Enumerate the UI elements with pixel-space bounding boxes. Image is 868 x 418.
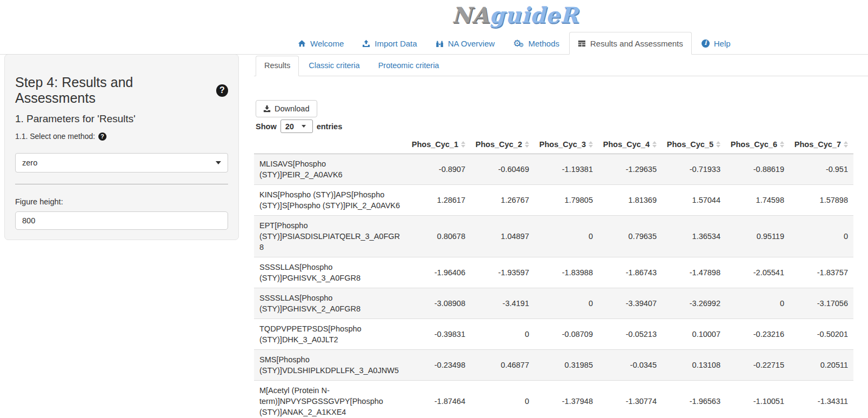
- method-select[interactable]: zero: [15, 153, 228, 172]
- logo-text-na: NA: [452, 2, 490, 28]
- value-cell: 0.95119: [726, 216, 790, 257]
- value-cell: -1.86743: [598, 257, 662, 288]
- results-table: Phos_Cyc_1Phos_Cyc_2Phos_Cyc_3Phos_Cyc_4…: [254, 135, 853, 418]
- value-cell: -0.50201: [790, 319, 853, 350]
- value-cell: -3.26992: [662, 288, 726, 319]
- value-cell: 0: [726, 288, 790, 319]
- column-header-Phos_Cyc_1[interactable]: Phos_Cyc_1: [407, 135, 471, 154]
- value-cell: -1.47898: [662, 257, 726, 288]
- row-name-cell: MLISAVS[Phospho (STY)]PEIR_2_A0AVK6: [254, 154, 407, 185]
- row-name-cell: SMS[Phospho (STY)]VDLSHIPLKDPLLFK_3_A0JN…: [254, 350, 407, 381]
- nav-tab-label: Import Data: [375, 39, 417, 48]
- download-button[interactable]: Download: [256, 100, 317, 117]
- row-name-cell: SSSSLLAS[Phospho (STY)]PGHISVK_3_A0FGR8: [254, 257, 407, 288]
- row-name-cell: M[Acetyl (Protein N-term)]NPVYSPGSSGVPY[…: [254, 381, 407, 418]
- column-header-Phos_Cyc_7[interactable]: Phos_Cyc_7: [790, 135, 853, 154]
- table-row: M[Acetyl (Protein N-term)]NPVYSPGSSGVPY[…: [254, 381, 853, 418]
- nav-tab-label: Results and Assessments: [590, 39, 683, 48]
- step-title-text: Step 4: Results and Assessments: [15, 75, 211, 106]
- value-cell: -0.88619: [726, 154, 790, 185]
- nav-tab-welcome[interactable]: Welcome: [289, 32, 352, 55]
- results-subtabs: ResultsClassic criteriaProteomic criteri…: [256, 56, 449, 76]
- table-row: KINS[Phospho (STY)]APS[Phospho (STY)]S[P…: [254, 185, 853, 216]
- value-cell: 1.57898: [790, 185, 853, 216]
- column-header-Phos_Cyc_5[interactable]: Phos_Cyc_5: [662, 135, 726, 154]
- column-header-Phos_Cyc_4[interactable]: Phos_Cyc_4: [598, 135, 662, 154]
- nav-tab-na-overview[interactable]: NA Overview: [427, 32, 504, 55]
- table-header-row: Phos_Cyc_1Phos_Cyc_2Phos_Cyc_3Phos_Cyc_4…: [254, 135, 853, 154]
- chevron-down-icon: [216, 161, 221, 164]
- value-cell: -1.83988: [535, 257, 598, 288]
- value-cell: 0: [471, 381, 535, 418]
- results-table-body: MLISAVS[Phospho (STY)]PEIR_2_A0AVK6-0.89…: [254, 154, 853, 418]
- upload-icon: [362, 39, 370, 48]
- sort-icon: [844, 141, 848, 148]
- step-title: Step 4: Results and Assessments ?: [15, 75, 228, 106]
- subtab-results[interactable]: Results: [256, 56, 299, 76]
- value-cell: 0: [790, 216, 853, 257]
- value-cell: -0.39831: [407, 319, 471, 350]
- app-logo: NAguideR: [452, 2, 579, 28]
- value-cell: 1.74598: [726, 185, 790, 216]
- show-label: Show: [256, 122, 277, 131]
- row-name-column-header: [254, 135, 407, 154]
- column-header-label: Phos_Cyc_2: [476, 140, 522, 149]
- nav-tab-label: Welcome: [310, 39, 344, 48]
- subtab-proteomic-criteria[interactable]: Proteomic criteria: [370, 56, 448, 76]
- value-cell: 1.57044: [662, 185, 726, 216]
- nav-tab-methods[interactable]: ⚙⚙Methods: [504, 32, 568, 55]
- nav-tab-label: Help: [714, 39, 731, 48]
- value-cell: -0.60469: [471, 154, 535, 185]
- value-cell: 0.31985: [535, 350, 598, 381]
- value-cell: -0.0345: [598, 350, 662, 381]
- value-cell: 1.79805: [535, 185, 598, 216]
- value-cell: 1.36534: [662, 216, 726, 257]
- select-arrow-icon: [302, 125, 306, 128]
- main-nav: WelcomeImport DataNA Overview⚙⚙MethodsRe…: [289, 32, 740, 55]
- column-header-Phos_Cyc_6[interactable]: Phos_Cyc_6: [726, 135, 790, 154]
- value-cell: 0: [535, 288, 598, 319]
- entries-label: entries: [317, 122, 343, 131]
- sort-icon: [652, 141, 657, 148]
- nav-tab-import-data[interactable]: Import Data: [353, 32, 425, 55]
- value-cell: -0.951: [790, 154, 853, 185]
- value-cell: -0.05213: [598, 319, 662, 350]
- nav-tab-help[interactable]: iHelp: [693, 32, 739, 55]
- value-cell: 0: [535, 216, 598, 257]
- value-cell: 0: [471, 319, 535, 350]
- value-cell: -0.08709: [535, 319, 598, 350]
- method-question-icon[interactable]: ?: [98, 132, 106, 141]
- value-cell: 1.81369: [598, 185, 662, 216]
- column-header-Phos_Cyc_3[interactable]: Phos_Cyc_3: [535, 135, 598, 154]
- value-cell: 0.10007: [662, 319, 726, 350]
- value-cell: -2.05541: [726, 257, 790, 288]
- figure-height-input[interactable]: 800: [15, 211, 228, 230]
- parameters-section-title: 1. Parameters for 'Results': [15, 113, 228, 125]
- page-length-select[interactable]: 20: [281, 120, 313, 133]
- column-header-label: Phos_Cyc_4: [603, 140, 650, 149]
- value-cell: -3.08908: [407, 288, 471, 319]
- nav-tab-label: NA Overview: [448, 39, 495, 48]
- column-header-label: Phos_Cyc_1: [412, 140, 458, 149]
- column-header-Phos_Cyc_2[interactable]: Phos_Cyc_2: [471, 135, 535, 154]
- sidebar-panel: Step 4: Results and Assessments ? 1. Par…: [4, 54, 239, 240]
- nav-tab-label: Methods: [528, 39, 559, 48]
- nav-tab-results-and-assessments[interactable]: Results and Assessments: [569, 32, 692, 55]
- value-cell: -1.83757: [790, 257, 853, 288]
- table-row: EPT[Phospho (STY)]PSIASDISLPIATQELR_3_A0…: [254, 216, 853, 257]
- method-select-label: 1.1. Select one method: ?: [15, 132, 228, 141]
- table-row: SMS[Phospho (STY)]VDLSHIPLKDPLLFK_3_A0JN…: [254, 350, 853, 381]
- value-cell: 1.04897: [471, 216, 535, 257]
- value-cell: 0.13108: [662, 350, 726, 381]
- sort-icon: [780, 141, 784, 148]
- sort-icon: [589, 141, 593, 148]
- logo-text-guider: guideR: [490, 2, 579, 28]
- column-header-label: Phos_Cyc_5: [667, 140, 713, 149]
- table-length-control: Show 20 entries: [256, 120, 342, 133]
- help-question-icon[interactable]: ?: [216, 84, 228, 97]
- value-cell: -0.22715: [726, 350, 790, 381]
- column-header-label: Phos_Cyc_3: [539, 140, 586, 149]
- subtab-classic-criteria[interactable]: Classic criteria: [300, 56, 368, 76]
- results-table-header: Phos_Cyc_1Phos_Cyc_2Phos_Cyc_3Phos_Cyc_4…: [254, 135, 853, 154]
- row-name-cell: TQDPVPPETPSDS[Phospho (STY)]DHK_3_A0JLT2: [254, 319, 407, 350]
